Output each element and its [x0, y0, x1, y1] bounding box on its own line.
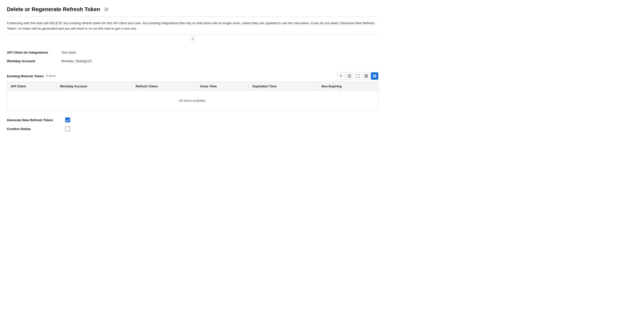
table-grid-filled-button[interactable]: [371, 72, 378, 80]
svg-rect-16: [375, 74, 376, 76]
grid-filled-icon: [373, 74, 376, 78]
svg-rect-17: [373, 76, 374, 77]
table-grid-outline-button[interactable]: [362, 72, 370, 80]
filter-icon: [339, 74, 343, 78]
section-title: Existing Refresh Token: [7, 74, 44, 78]
table-filter-button[interactable]: [337, 72, 345, 80]
columns-icon: [348, 74, 351, 78]
generate-token-label: Generate New Refresh Token: [7, 118, 61, 122]
page-title: Delete or Regenerate Refresh Token: [7, 6, 100, 12]
item-count: 0 items: [46, 74, 56, 78]
col-non-expiring: Non-Expiring: [318, 82, 378, 91]
svg-point-3: [105, 8, 106, 9]
table-header-row: API Client Workday Account Refresh Token…: [7, 82, 378, 91]
workday-account-value: Workato_Testing123: [61, 57, 378, 65]
form-section: Generate New Refresh Token Confirm Delet…: [7, 117, 378, 131]
api-client-value: Test client: [61, 48, 378, 57]
filter-settings-button[interactable]: [103, 6, 110, 13]
expand-icon: [356, 74, 360, 78]
svg-rect-18: [375, 76, 376, 77]
section-title-group: Existing Refresh Token 0 items: [7, 74, 56, 78]
api-client-label: API Client for Integrations: [7, 48, 61, 57]
col-workday-account: Workday Account: [56, 82, 132, 91]
svg-rect-12: [366, 74, 368, 76]
col-expiration-time: Expiration Time: [249, 82, 318, 91]
confirm-delete-label: Confirm Delete: [7, 127, 61, 131]
svg-point-4: [107, 9, 108, 10]
page-header: Delete or Regenerate Refresh Token: [7, 6, 378, 13]
svg-point-5: [105, 10, 106, 11]
svg-rect-9: [348, 74, 349, 77]
collapse-bar: ∧: [7, 34, 378, 43]
table-expand-button[interactable]: [354, 72, 362, 80]
collapse-button[interactable]: ∧: [190, 36, 196, 42]
svg-rect-15: [373, 74, 374, 76]
svg-rect-11: [365, 74, 366, 76]
empty-message: No items available.: [7, 91, 378, 111]
grid-outline-icon: [364, 74, 368, 78]
existing-tokens-table: API Client Workday Account Refresh Token…: [7, 82, 378, 111]
svg-rect-10: [350, 74, 351, 77]
svg-rect-13: [365, 76, 366, 77]
generate-token-row: Generate New Refresh Token: [7, 117, 378, 122]
confirm-delete-row: Confirm Delete: [7, 126, 378, 131]
empty-row: No items available.: [7, 91, 378, 111]
col-api-client: API Client: [7, 82, 56, 91]
svg-rect-14: [366, 76, 368, 77]
header-divider: [7, 17, 378, 17]
workday-account-label: Workday Account: [7, 57, 61, 65]
confirm-delete-checkbox[interactable]: [65, 126, 70, 131]
table-section-header: Existing Refresh Token 0 items: [7, 72, 378, 80]
table-columns-button[interactable]: [346, 72, 353, 80]
col-refresh-token: Refresh Token: [132, 82, 196, 91]
warning-text: Continuing with this task will DELETE an…: [7, 20, 378, 31]
chevron-up-icon: ∧: [192, 37, 194, 40]
generate-token-checkbox[interactable]: [65, 117, 70, 122]
col-issue-time: Issue Time: [196, 82, 249, 91]
table-actions: [337, 72, 378, 80]
sliders-icon: [104, 7, 109, 12]
info-grid: API Client for Integrations Test client …: [7, 48, 378, 65]
